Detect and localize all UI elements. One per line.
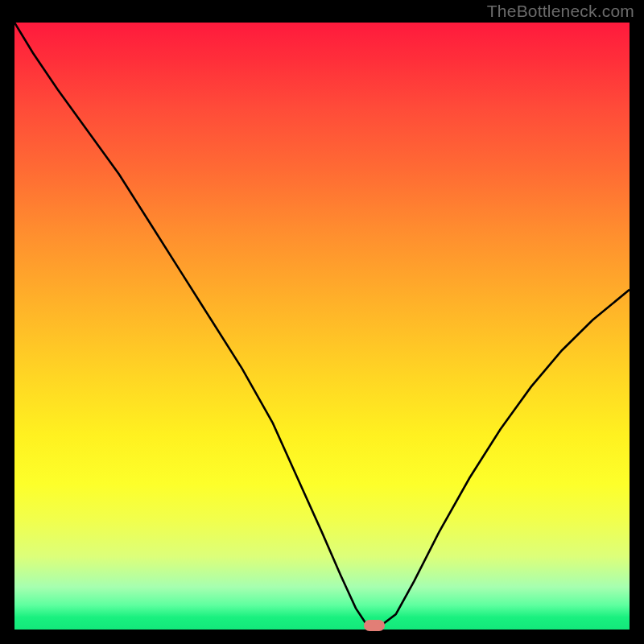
watermark-text: TheBottleneck.com [487, 2, 634, 21]
optimal-point-marker [364, 620, 385, 631]
curve-line [14, 23, 630, 626]
bottleneck-curve [14, 23, 630, 630]
chart-frame: TheBottleneck.com [0, 0, 644, 644]
plot-area [14, 23, 630, 630]
